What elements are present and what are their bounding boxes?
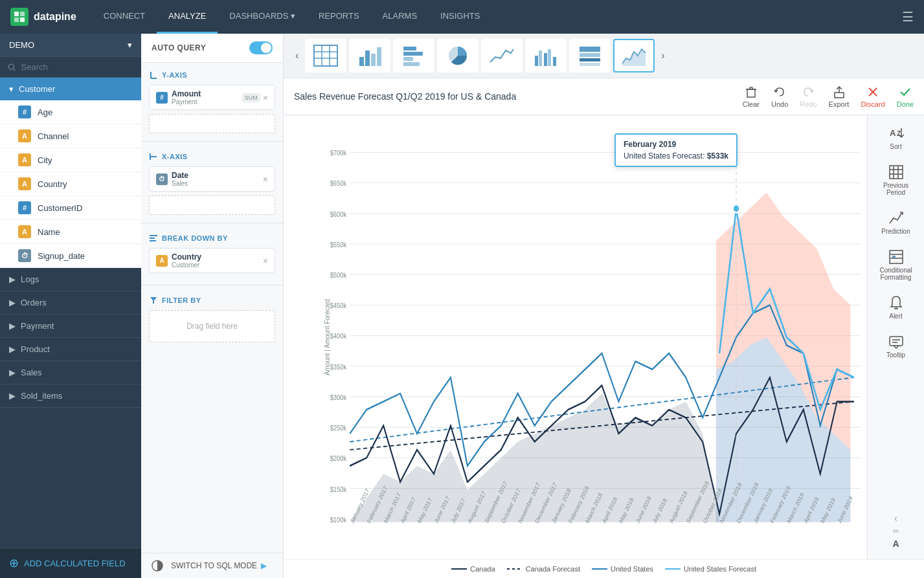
sidebar-item-name[interactable]: A Name [0,220,141,244]
chart-type-stacked-bar[interactable] [569,39,611,72]
legend-canada: Canada [451,565,495,573]
svg-marker-13 [150,297,157,304]
x-axis-drop-zone[interactable] [149,195,275,215]
chart-type-next-button[interactable]: › [657,47,668,64]
y-axis-field-close-button[interactable]: × [263,93,268,103]
svg-rect-119 [890,337,903,346]
nav-reports[interactable]: REPORTS [307,0,371,34]
svg-rect-43 [835,93,844,98]
chevron-right-icon: ▶ [9,274,16,284]
sidebar-group-sold-items[interactable]: ▶ Sold_items [0,384,141,408]
chart-type-line[interactable] [481,39,523,72]
prediction-button[interactable]: Prediction [872,205,921,240]
conditional-formatting-button[interactable]: Conditional Formatting [872,244,921,286]
tooltip-icon [888,334,904,350]
chart-canvas-wrapper: Amount | Amount Forecast [284,115,924,559]
sidebar-group-product[interactable]: ▶ Product [0,338,141,361]
export-button[interactable]: Export [829,85,850,108]
svg-rect-2 [14,17,19,22]
sidebar-group-orders[interactable]: ▶ Orders [0,291,141,315]
trash-icon [744,85,758,99]
sidebar-items: ▾ Customer # Age A Channel A City A Co [0,78,141,548]
svg-rect-27 [403,62,420,66]
discard-button[interactable]: Discard [861,85,885,108]
redo-button[interactable]: Redo [800,85,817,108]
chart-type-bar[interactable] [349,39,390,72]
nav-connect[interactable]: CONNECT [92,0,157,34]
sidebar: DEMO ▾ ▾ Customer # Age A Channel [0,34,141,578]
sidebar-item-city[interactable]: A City [0,148,141,172]
clear-button[interactable]: Clear [743,85,760,108]
chart-type-bar: ‹ [284,34,924,78]
svg-rect-116 [892,256,896,258]
text-icon: A [18,225,31,238]
divider [141,285,283,285]
svg-text:$500k: $500k [330,271,347,279]
y-axis-drop-zone[interactable] [149,114,275,133]
chart-area: ‹ [284,34,924,578]
previous-period-button[interactable]: Previous Period [872,159,921,201]
svg-rect-21 [365,50,370,66]
sidebar-item-channel[interactable]: A Channel [0,124,141,148]
filter-drop-zone[interactable]: Drag field here [149,310,275,342]
legend-canada-forecast-line [507,568,523,570]
discard-icon [866,85,880,99]
svg-rect-30 [539,50,542,66]
sidebar-group-sales[interactable]: ▶ Sales [0,361,141,384]
breakdown-field-chip: A Country Customer × [149,248,275,273]
nav-insights[interactable]: INSIGHTS [429,0,491,34]
chart-type-area[interactable] [613,39,655,72]
svg-rect-36 [580,58,600,61]
sort-button[interactable]: AZ Sort [872,120,921,155]
breakdown-field-close-button[interactable]: × [263,256,268,266]
main-layout: DEMO ▾ ▾ Customer # Age A Channel [0,34,924,578]
sidebar-item-country[interactable]: A Country [0,172,141,196]
chart-type-prev-button[interactable]: ‹ [291,47,302,64]
undo-button[interactable]: Undo [771,85,788,108]
chart-type-pie[interactable] [437,39,479,72]
sidebar-item-customerid[interactable]: # CustomerID [0,196,141,220]
chart-title: Sales Revenue Forecast Q1/Q2 2019 for US… [294,91,516,102]
sidebar-group-logs[interactable]: ▶ Logs [0,268,141,291]
svg-text:$250k: $250k [330,424,347,432]
alert-button[interactable]: Alert [872,290,921,325]
text-icon: A [18,129,31,142]
search-input[interactable] [21,62,133,72]
text-mode-button[interactable]: A [892,539,899,549]
nav-dashboards[interactable]: DASHBOARDS ▾ [218,0,307,34]
nav-analyze[interactable]: ANALYZE [157,0,218,34]
sidebar-group-header-customer[interactable]: ▾ Customer [0,78,141,100]
x-axis-field-close-button[interactable]: × [263,174,268,184]
switch-sql-button[interactable]: SWITCH TO SQL MODE ▶ [171,561,267,570]
scroll-down-button[interactable]: ‹ [892,513,899,524]
svg-text:$600k: $600k [330,210,347,218]
tooltip-label-btn: Tooltip [886,351,905,359]
auto-query-toggle[interactable] [249,41,273,54]
chart-type-grouped-bar[interactable] [525,39,567,72]
svg-text:$200k: $200k [330,455,347,463]
sidebar-item-age[interactable]: # Age [0,100,141,124]
undo-icon [772,85,787,99]
add-calculated-field-button[interactable]: ⊕ ADD CALCULATED FIELD [0,548,141,578]
sort-label: Sort [890,143,901,150]
done-button[interactable]: Done [897,85,914,108]
mode-toggle[interactable] [152,560,163,572]
chart-type-horizontal-bar[interactable] [393,39,434,72]
nav-alarms[interactable]: ALARMS [371,0,429,34]
toolbar-actions: Clear Undo Redo Export Discard [743,85,914,108]
sidebar-group-payment[interactable]: ▶ Payment [0,315,141,338]
breakdown-label: BREAK DOWN BY [149,234,275,243]
y-axis-field-sub: Payment [172,98,201,106]
chart-type-table[interactable] [305,39,346,72]
chevron-right-icon: ▶ [9,391,16,401]
y-axis-field-chip: # Amount Payment SUM × [149,85,275,110]
svg-rect-38 [747,89,755,97]
sidebar-item-signup-date[interactable]: ⏱ Signup_date [0,244,141,268]
alert-label: Alert [889,313,903,320]
pencil-button[interactable]: ✏ [892,527,899,536]
previous-period-icon [888,164,904,180]
hamburger-icon[interactable]: ☰ [902,9,914,25]
tooltip-settings-button[interactable]: Tooltip [872,329,921,364]
demo-select[interactable]: DEMO ▾ [0,34,141,57]
y-axis-chart-label: Amount | Amount Forecast [324,299,331,375]
